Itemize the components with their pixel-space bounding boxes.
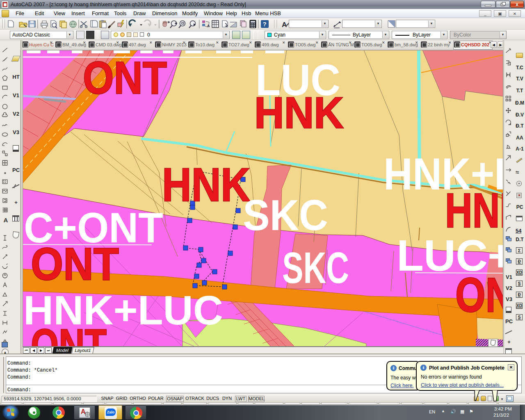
svg-text:A: A — [207, 24, 210, 28]
svg-text:HNK: HNK — [254, 88, 344, 137]
svg-text:SKC: SKC — [282, 243, 349, 292]
svg-text:HNK: HNK — [162, 158, 250, 211]
svg-text:HNK+LUC: HNK+LUC — [23, 287, 223, 333]
svg-text:ONT: ONT — [455, 268, 503, 322]
svg-text:A: A — [282, 21, 287, 29]
svg-text:ONT: ONT — [83, 52, 167, 103]
svg-text:HNK+L: HNK+L — [383, 148, 503, 199]
svg-text:A: A — [4, 217, 8, 224]
svg-text:SKC: SKC — [243, 191, 328, 239]
svg-text:?: ? — [262, 21, 266, 27]
svg-text:C+ONT: C+ONT — [24, 204, 163, 251]
